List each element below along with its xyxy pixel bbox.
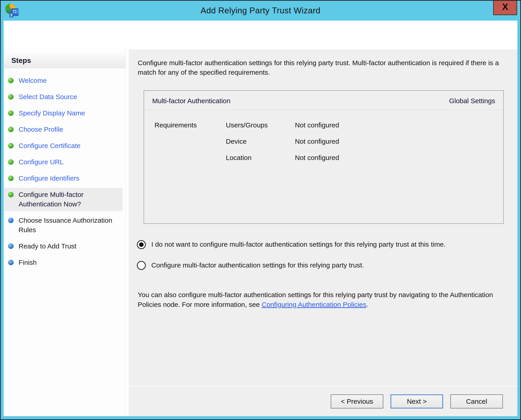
configuring-authentication-policies-link[interactable]: Configuring Authentication Policies [262,301,366,308]
step-completed-bullet-icon [8,110,14,116]
step-upcoming-bullet-icon [8,260,14,265]
step-current-bullet-icon [8,192,14,197]
device-value: Not configured [295,138,503,145]
step-specify-display-name[interactable]: Specify Display Name [4,106,123,120]
step-configure-multi-factor-authentication-now[interactable]: Configure Multi-factor Authentication No… [4,188,123,211]
step-select-data-source[interactable]: Select Data Source [4,90,123,104]
wizard-client-area: Steps Welcome Select Data Source Specify… [4,21,517,416]
table-row-users-groups: Requirements Users/Groups Not configured [155,121,503,129]
intro-text: Configure multi-factor authentication se… [138,58,505,77]
users-groups-value: Not configured [295,121,503,129]
step-upcoming-bullet-icon [8,218,14,223]
step-completed-bullet-icon [8,176,14,181]
location-value: Not configured [295,154,503,162]
close-icon: X [502,2,508,12]
wizard-header-band [4,21,517,50]
footer-bar: < Previous Next > Cancel [129,386,517,416]
mfa-settings-groupbox: Multi-factor Authentication Global Setti… [144,90,504,224]
step-completed-bullet-icon [8,78,14,83]
mfa-groupbox-header: Multi-factor Authentication Global Setti… [144,91,503,110]
mfa-groupbox-title: Multi-factor Authentication [152,97,230,105]
spacer [129,309,517,386]
steps-heading: Steps [4,50,126,68]
step-ready-to-add-trust[interactable]: Ready to Add Trust [4,240,123,253]
radio-option-configure-mfa[interactable]: Configure multi-factor authentication se… [137,261,505,270]
mfa-requirements-table: Requirements Users/Groups Not configured… [144,111,503,162]
global-settings-label: Global Settings [449,97,495,105]
step-completed-bullet-icon [8,143,14,149]
note-text: You can also configure multi-factor auth… [138,290,505,309]
panel-divider-gap [126,50,129,416]
step-choose-profile[interactable]: Choose Profile [4,123,123,136]
wizard-window: Add Relying Party Trust Wizard X Steps W… [0,0,521,420]
table-row-device: Device Not configured [155,138,503,145]
radio-selected-icon[interactable] [137,240,146,249]
radio-unselected-icon[interactable] [137,261,146,270]
adfs-app-icon [4,3,20,19]
window-title: Add Relying Party Trust Wizard [1,6,520,15]
step-completed-bullet-icon [8,159,14,165]
main-panel: Configure multi-factor authentication se… [129,50,517,416]
step-configure-identifiers[interactable]: Configure Identifiers [4,172,123,185]
device-label: Device [226,138,295,145]
step-finish[interactable]: Finish [4,256,123,269]
location-label: Location [226,154,295,162]
requirements-label: Requirements [155,121,226,129]
table-row-location: Location Not configured [155,154,503,162]
cancel-button[interactable]: Cancel [450,394,503,408]
next-button[interactable]: Next > [390,394,443,408]
radio-option-skip-mfa[interactable]: I do not want to configure multi-factor … [137,240,505,249]
step-configure-certificate[interactable]: Configure Certificate [4,139,123,152]
step-configure-url[interactable]: Configure URL [4,155,123,169]
step-completed-bullet-icon [8,127,14,132]
step-choose-issuance-authorization-rules[interactable]: Choose Issuance Authorization Rules [4,214,123,237]
users-groups-label: Users/Groups [226,121,295,129]
wizard-content: Steps Welcome Select Data Source Specify… [4,50,517,416]
step-upcoming-bullet-icon [8,243,14,249]
titlebar: Add Relying Party Trust Wizard X [1,1,520,21]
steps-list: Welcome Select Data Source Specify Displ… [4,74,126,269]
step-welcome[interactable]: Welcome [4,74,123,87]
close-button[interactable]: X [493,1,517,15]
steps-sidebar: Steps Welcome Select Data Source Specify… [4,50,126,416]
previous-button[interactable]: < Previous [331,394,383,408]
step-completed-bullet-icon [8,94,14,100]
